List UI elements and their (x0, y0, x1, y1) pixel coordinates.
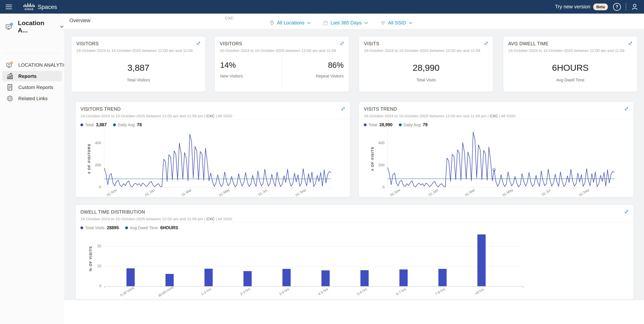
legend-label: Total (368, 123, 377, 127)
legend-item-avg-dwell-time[interactable]: Avg Dwell Time 6HOURS (125, 225, 178, 230)
date-range-filter[interactable]: Last 365 Days (323, 20, 368, 26)
repeat-visitors-block: 86% Repeat Visitors (282, 61, 344, 79)
cisco-logo: cisco (24, 3, 35, 11)
legend-value: 28895 (107, 225, 119, 230)
legend-dot (80, 124, 83, 126)
legend-item-total[interactable]: Total 3,887 (80, 122, 107, 127)
legend-dot (80, 226, 83, 229)
card-title: VISITORS (76, 41, 99, 46)
kpi-label: New Visitors (220, 74, 282, 79)
new-visitors-block: 14% New Visitors (220, 61, 282, 79)
dwell-time-plot: 010205-30 mins30-60 mins1-2 hrs2-3 hrs3-… (104, 231, 523, 287)
sidebar-item-reports[interactable]: Reports (2, 71, 62, 81)
cisco-wordmark: cisco (25, 7, 34, 11)
kpi-center: 28,990 Total Visits (359, 63, 493, 82)
content-topbar: Overview CXC All Locations (64, 13, 644, 29)
legend-value: 28,990 (379, 122, 392, 127)
card-divider (76, 222, 633, 222)
card-subtitle: 16-October-2024 to 15-October-2025 betwe… (80, 114, 337, 118)
legend-item-total-visits[interactable]: Total Visits 28895 (80, 225, 119, 230)
kpi-center: 6HOURS Avg Dwell Time (503, 63, 637, 82)
y-axis-label: # OF VISITORS (87, 130, 91, 187)
legend-value: 3,887 (96, 122, 107, 127)
location-analytics-app-icon (5, 22, 14, 31)
sidebar-item-label: Reports (18, 73, 36, 79)
user-account-icon[interactable] (631, 3, 638, 11)
sidebar-item-label: Custom Reports (18, 85, 53, 90)
expand-icon[interactable] (340, 106, 346, 112)
help-icon[interactable]: ? (613, 3, 621, 11)
card-subtitle: 16-October-2024 to 15-October-2025 betwe… (508, 48, 624, 53)
hamburger-menu-icon[interactable] (6, 5, 12, 9)
chevron-down-icon (408, 20, 413, 25)
visitors-trend-plot: 020040001 Nov01 Jan01 Mar01 May01 Jul01 … (104, 130, 331, 188)
expand-icon[interactable] (196, 41, 201, 46)
card-title: VISITS (364, 41, 379, 46)
expand-icon[interactable] (624, 209, 629, 214)
kpi-value: 28,990 (359, 63, 493, 73)
legend-item-daily-avg[interactable]: Daily Avg 79 (399, 122, 428, 127)
legend-value: 78 (137, 122, 142, 127)
legend-item-total[interactable]: Total 28,990 (364, 122, 392, 127)
kpi-value: 6HOURS (503, 63, 637, 73)
card-divider (359, 119, 633, 119)
header-actions: Try new version Beta ? (555, 3, 638, 11)
visits-trend-card: VISITS TREND 16-October-2024 to 15-Octob… (359, 102, 633, 197)
workspace-label: Location A... (18, 19, 56, 34)
expand-icon[interactable] (624, 106, 629, 112)
sidebar: Location A... LOCATION ANALYT (0, 13, 64, 324)
context-label: CXC (225, 16, 234, 21)
filter-bar: All Locations Last 365 Days (270, 20, 413, 26)
locations-filter[interactable]: All Locations (270, 20, 311, 26)
location-analytics-icon (6, 61, 14, 69)
card-title: VISITORS TREND (80, 106, 121, 112)
kpi-value: 3,887 (72, 63, 206, 73)
sidebar-item-custom-reports[interactable]: Custom Reports (2, 82, 62, 93)
legend-label: Avg Dwell Time (130, 225, 158, 230)
y-axis-label: % OF VISITS (88, 231, 93, 286)
ssid-filter-label: All SSID (388, 20, 406, 26)
app-title: Spaces (38, 4, 57, 11)
expand-icon[interactable] (339, 41, 345, 46)
card-subtitle: 16-October-2024 to 15-October-2025 betwe… (364, 48, 480, 53)
main-area: Overview CXC All Locations (64, 13, 644, 324)
sidebar-item-related-links[interactable]: Related Links (2, 93, 62, 104)
beta-badge: Beta (593, 3, 608, 10)
expand-icon[interactable] (483, 41, 489, 46)
card-title: VISITS TREND (364, 106, 397, 112)
cisco-logo-bars-icon (24, 3, 35, 7)
visitors-trend-card: VISITORS TREND 16-October-2024 to 15-Oct… (76, 102, 350, 197)
sidebar-item-location-analytics[interactable]: LOCATION ANALYTICS (2, 60, 62, 70)
sidebar-item-label: LOCATION ANALYTICS (18, 62, 70, 68)
header-divider (626, 3, 626, 11)
kpi-value: 14% (220, 61, 282, 70)
card-subtitle: 16-October-2024 to 15-October-2025 betwe… (364, 114, 620, 118)
ssid-filter[interactable]: All SSID (380, 20, 413, 26)
page-title: Overview (70, 18, 90, 23)
legend-item-daily-avg[interactable]: Daily Avg 78 (113, 122, 142, 127)
locations-filter-label: All Locations (277, 20, 304, 26)
dwell-time-distribution-card: DWELL TIME DISTRIBUTION 16-October-2024 … (76, 205, 633, 299)
app-root: cisco Spaces Try new version Beta ? (0, 0, 644, 324)
location-pin-icon (270, 20, 274, 26)
y-axis-label: # OF VISITS (370, 130, 374, 187)
try-new-version-link[interactable]: Try new version (555, 4, 590, 10)
sidebar-item-label: Related Links (18, 96, 48, 102)
legend-value: 6HOURS (160, 225, 178, 230)
expand-icon[interactable] (628, 41, 633, 46)
chevron-down-icon (364, 20, 369, 25)
kpi-label: Avg Dwell Time (503, 78, 637, 82)
legend-dot (364, 124, 366, 126)
globe-icon (6, 95, 14, 102)
legend-label: Daily Avg (118, 123, 135, 127)
chart-legend: Total 3,887 Daily Avg 78 (80, 122, 142, 127)
chart-legend: Total Visits 28895 Avg Dwell Time 6HOURS (80, 225, 178, 230)
visits-kpi-card: VISITS 16-October-2024 to 15-October-202… (359, 36, 493, 92)
card-title: DWELL TIME DISTRIBUTION (80, 209, 145, 215)
chevron-down-icon (306, 20, 311, 25)
card-title: AVG DWELL TIME (508, 41, 548, 46)
reports-icon (6, 72, 14, 80)
workspace-switcher[interactable]: Location A... (0, 21, 64, 32)
kpi-label: Repeat Visitors (282, 74, 344, 79)
legend-dot (125, 226, 128, 229)
